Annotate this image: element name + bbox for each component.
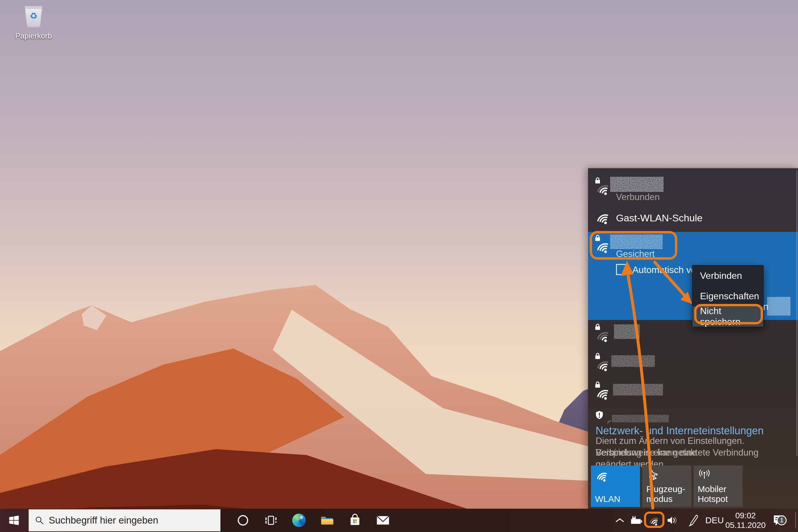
taskbar-explorer-button[interactable] xyxy=(313,509,341,532)
panel-scrollbar[interactable] xyxy=(796,170,797,456)
windows-logo-icon xyxy=(8,514,20,526)
redacted-network-name xyxy=(613,178,661,191)
mail-icon xyxy=(376,514,390,527)
wifi-signal-icon xyxy=(595,209,611,226)
tile-label: WLAN xyxy=(595,494,620,504)
redacted-network-name xyxy=(613,235,660,248)
start-button[interactable] xyxy=(0,509,28,532)
svg-text:♻: ♻ xyxy=(30,11,38,21)
clock-date: 05.11.2020 xyxy=(725,520,766,530)
clock-time: 09:02 xyxy=(735,511,756,520)
battery-charging-icon xyxy=(629,515,643,526)
airplane-icon xyxy=(644,467,662,484)
taskbar-edge-button[interactable] xyxy=(285,509,313,532)
network-status: Gesichert xyxy=(616,249,655,259)
network-row-connected[interactable]: Verbunden xyxy=(588,173,798,205)
wifi-signal-icon xyxy=(595,327,611,344)
taskbar-cortana-button[interactable] xyxy=(229,509,257,532)
wifi-signal-icon xyxy=(595,180,611,196)
menu-item-eigenschaften[interactable]: Eigenschaften xyxy=(692,286,763,306)
quick-action-airplane-mode[interactable]: Flugzeug-modus xyxy=(642,466,691,507)
network-status: Verbunden xyxy=(616,192,660,203)
taskbar-store-button[interactable] xyxy=(341,509,369,532)
redacted-network-name xyxy=(615,325,639,338)
tray-chevron-button[interactable] xyxy=(613,509,627,532)
search-input[interactable] xyxy=(48,514,206,526)
tray-wifi-button[interactable] xyxy=(647,509,661,532)
taskbar-search[interactable] xyxy=(28,509,221,531)
recycle-bin[interactable]: ♻ Papierkorb xyxy=(12,2,55,42)
tile-label: Flugzeug-modus xyxy=(646,484,685,504)
taskbar: DEU 09:02 05.11.2020 1 xyxy=(0,509,798,532)
network-row[interactable] xyxy=(588,351,798,379)
context-menu: Verbinden Eigenschaften Nicht speichern xyxy=(692,265,764,327)
redacted-network-name xyxy=(614,415,666,422)
network-row-gast[interactable]: Gast-WLAN-Schule xyxy=(588,207,798,228)
redacted-network-name xyxy=(613,356,653,366)
recycle-bin-icon: ♻ xyxy=(22,4,45,30)
wifi-flyout-panel: Verbunden Gast-WLAN-Schule xyxy=(588,168,798,509)
language-label: DEU xyxy=(705,515,724,525)
microsoft-store-icon xyxy=(348,513,362,527)
desktop: ♻ Papierkorb Verbunden xyxy=(0,0,798,532)
pen-icon xyxy=(688,514,699,527)
redacted-network-name xyxy=(615,384,661,395)
connect-button-partial[interactable] xyxy=(767,297,791,316)
taskbar-mail-button[interactable] xyxy=(369,509,397,532)
wifi-signal-icon xyxy=(595,356,611,373)
search-icon xyxy=(35,516,44,525)
wifi-signal-icon xyxy=(602,413,615,426)
task-view-icon xyxy=(265,514,278,527)
tray-pen-button[interactable] xyxy=(686,509,701,532)
quick-action-mobile-hotspot[interactable]: MobilerHotspot xyxy=(694,466,743,507)
taskbar-taskview-button[interactable] xyxy=(257,509,285,532)
cortana-icon xyxy=(238,515,248,526)
wifi-icon xyxy=(595,469,610,483)
menu-item-verbinden[interactable]: Verbinden xyxy=(692,265,763,286)
network-name: Gast-WLAN-Schule xyxy=(616,212,703,224)
notification-badge: 1 xyxy=(777,515,786,525)
tray-language-button[interactable]: DEU xyxy=(703,509,726,532)
tray-action-center-button[interactable]: 1 xyxy=(767,509,791,532)
tray-clock[interactable]: 09:02 05.11.2020 xyxy=(726,509,765,532)
recycle-bin-label: Papierkorb xyxy=(12,32,55,40)
quick-action-wlan[interactable]: WLAN xyxy=(591,466,640,507)
edge-icon xyxy=(292,514,306,527)
tile-label: MobilerHotspot xyxy=(698,484,728,504)
show-desktop-button[interactable] xyxy=(795,512,796,529)
file-explorer-icon xyxy=(320,513,334,528)
wifi-tray-icon xyxy=(648,514,661,527)
chevron-up-icon xyxy=(615,518,624,523)
wifi-signal-icon xyxy=(595,238,611,254)
speaker-icon xyxy=(667,516,679,525)
tray-volume-button[interactable] xyxy=(666,509,680,532)
menu-item-nicht-speichern[interactable]: Nicht speichern xyxy=(692,306,763,327)
network-row[interactable] xyxy=(588,380,798,408)
hotspot-icon xyxy=(698,469,711,482)
tray-battery-button[interactable] xyxy=(629,509,644,532)
auto-connect-checkbox[interactable] xyxy=(616,264,627,275)
wifi-signal-icon xyxy=(595,385,611,401)
